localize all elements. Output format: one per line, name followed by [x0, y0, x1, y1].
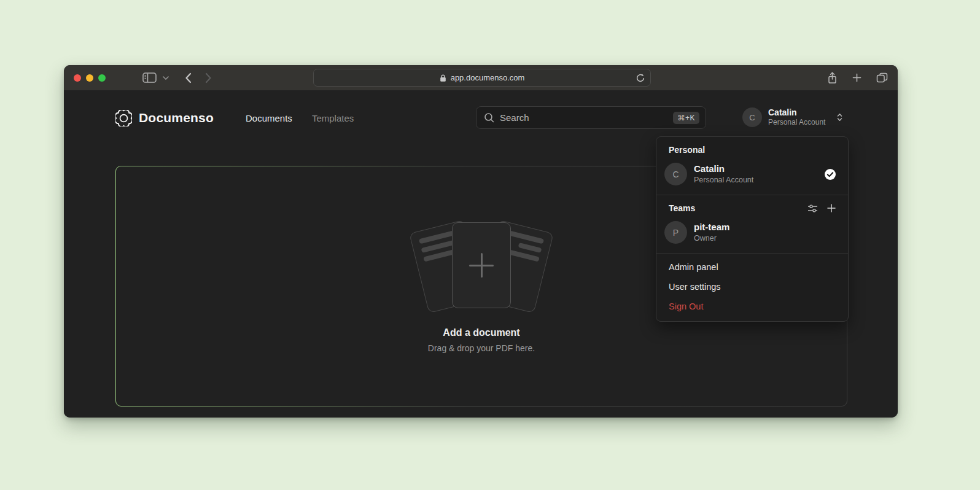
search-input[interactable]: Search ⌘+K	[476, 106, 706, 129]
team-item[interactable]: P pit-team Owner	[656, 219, 848, 253]
refresh-icon[interactable]	[636, 74, 645, 82]
share-icon[interactable]	[827, 72, 838, 84]
search-shortcut-badge: ⌘+K	[673, 112, 699, 124]
main-nav: Documents Templates	[246, 107, 354, 129]
avatar: P	[664, 221, 687, 244]
menu-item-user-settings[interactable]: User settings	[656, 277, 848, 297]
url-text: app.documenso.com	[451, 73, 525, 82]
minimize-button[interactable]	[86, 74, 93, 82]
sidebar-toggle-icon[interactable]	[142, 72, 157, 83]
brand-logo[interactable]: Documenso	[115, 107, 214, 129]
address-bar[interactable]: app.documenso.com	[313, 69, 651, 87]
app-content: Documenso Documents Templates Search ⌘+K…	[64, 90, 898, 418]
menu-item-sign-out[interactable]: Sign Out	[656, 297, 848, 316]
nav-documents[interactable]: Documents	[246, 113, 292, 123]
avatar: C	[664, 163, 687, 185]
nav-templates[interactable]: Templates	[312, 113, 354, 123]
personal-account-item[interactable]: C Catalin Personal Account	[656, 160, 848, 195]
zoom-button[interactable]	[98, 74, 106, 82]
search-icon	[484, 112, 494, 123]
team-name: pit-team	[694, 222, 836, 233]
forward-button[interactable]	[205, 72, 212, 84]
account-menu-trigger[interactable]: C Catalin Personal Account	[742, 105, 843, 130]
menu-item-admin-panel[interactable]: Admin panel	[656, 257, 848, 277]
window-controls	[74, 74, 106, 82]
avatar: C	[742, 107, 762, 127]
account-name: Catalin	[768, 107, 825, 118]
personal-account-name: Catalin	[694, 163, 818, 174]
selected-check-icon	[825, 169, 836, 180]
add-document-plus-icon	[469, 253, 494, 278]
team-role: Owner	[694, 233, 836, 243]
tab-overview-icon[interactable]	[876, 72, 888, 83]
document-card-center	[452, 222, 511, 308]
sidebar-chevron-down-icon[interactable]	[163, 76, 169, 80]
personal-section-label: Personal	[656, 137, 848, 160]
browser-chrome: app.documenso.com	[64, 65, 898, 90]
back-button[interactable]	[185, 72, 192, 84]
chevron-up-down-icon	[836, 112, 843, 123]
new-tab-icon[interactable]	[852, 73, 861, 82]
documenso-seal-icon	[115, 110, 132, 126]
manage-teams-icon[interactable]	[807, 204, 818, 213]
teams-section-label: Teams	[656, 195, 848, 219]
menu-items: Admin panel User settings Sign Out	[656, 254, 848, 316]
lock-icon	[440, 74, 446, 82]
browser-window: app.documenso.com	[64, 65, 898, 418]
personal-account-subtitle: Personal Account	[694, 175, 818, 185]
document-cards-illustration	[417, 219, 546, 313]
close-button[interactable]	[74, 74, 81, 82]
brand-name: Documenso	[139, 111, 214, 125]
search-placeholder: Search	[500, 112, 667, 123]
account-dropdown-menu: Personal C Catalin Personal Account Team…	[656, 136, 849, 322]
dropzone-title: Add a document	[443, 327, 519, 338]
add-team-icon[interactable]	[827, 204, 836, 212]
account-subtitle: Personal Account	[768, 118, 825, 127]
dropzone-subtitle: Drag & drop your PDF here.	[428, 343, 535, 353]
